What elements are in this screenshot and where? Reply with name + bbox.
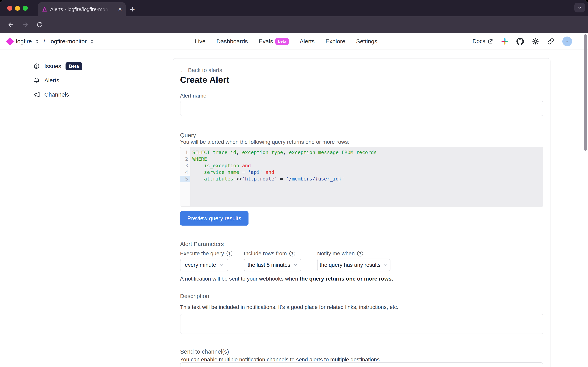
project-selector[interactable]: logfire-monitor <box>49 38 87 45</box>
breadcrumb: logfire / logfire-monitor <box>7 33 94 50</box>
code-lines[interactable]: SELECT trace_id, exception_type, excepti… <box>190 147 543 206</box>
nav-evals[interactable]: Evals beta <box>259 38 289 45</box>
include-rows-label: Include rows from ? <box>244 250 295 257</box>
traffic-lights <box>7 6 28 11</box>
description-helper: This text will be included in notificati… <box>180 304 543 310</box>
forward-button[interactable] <box>21 20 30 29</box>
code-line: service_name = 'api' and <box>192 169 543 176</box>
notify-when-label: Notify me when ? <box>317 250 363 257</box>
notification-note: A notification will be sent to your webh… <box>180 276 543 282</box>
nav-dashboards[interactable]: Dashboards <box>216 38 248 45</box>
execute-query-label-text: Execute the query <box>180 250 224 257</box>
tab-favicon-logfire-icon <box>42 6 47 12</box>
alert-parameters-heading: Alert Parameters <box>180 241 543 247</box>
help-icon[interactable]: ? <box>227 251 232 257</box>
help-icon[interactable]: ? <box>357 251 363 257</box>
zoom-window-button[interactable] <box>23 6 28 11</box>
back-to-alerts-link[interactable]: ← Back to alerts <box>180 67 543 74</box>
execute-query-select[interactable]: every minute <box>180 259 228 271</box>
reload-button[interactable] <box>35 20 44 29</box>
breadcrumb-separator: / <box>43 38 45 45</box>
notify-when-label-text: Notify me when <box>317 250 355 257</box>
sun-icon <box>532 38 539 45</box>
send-to-channels-heading: Send to channel(s) <box>180 348 543 355</box>
nav-explore[interactable]: Explore <box>325 38 345 45</box>
include-rows-select[interactable]: the last 5 minutes <box>244 259 301 271</box>
alerts-sidebar: Issues Beta Alerts Channels <box>34 62 82 104</box>
create-alert-card: ← Back to alerts Create Alert Alert name… <box>173 58 550 367</box>
user-avatar[interactable]: - <box>562 36 572 46</box>
help-icon[interactable]: ? <box>289 251 295 257</box>
code-gutter: 12345 <box>180 147 190 206</box>
nav-evals-label: Evals <box>259 38 273 45</box>
tab-search-chevron-button[interactable] <box>574 3 585 12</box>
include-rows-label-text: Include rows from <box>244 250 287 257</box>
tab-close-icon[interactable]: ✕ <box>118 6 122 12</box>
chevron-down-icon <box>577 5 582 10</box>
browser-tabstrip: Alerts · logfire/logfire-monitor ✕ + <box>0 0 588 16</box>
share-link-button[interactable] <box>547 38 554 45</box>
chevron-down-icon <box>384 263 388 267</box>
sidebar-item-label: Issues <box>44 63 61 70</box>
org-selector[interactable]: logfire <box>16 38 32 45</box>
description-textarea[interactable] <box>180 314 543 334</box>
megaphone-icon <box>34 91 40 98</box>
close-window-button[interactable] <box>7 6 12 11</box>
github-icon <box>516 38 524 45</box>
project-updown-chevron-icon[interactable] <box>90 39 94 43</box>
github-link[interactable] <box>516 38 524 45</box>
nav-settings[interactable]: Settings <box>356 38 377 45</box>
new-tab-button[interactable]: + <box>130 4 135 15</box>
back-button[interactable] <box>7 20 15 29</box>
code-line: SELECT trace_id, exception_type, excepti… <box>192 149 543 156</box>
docs-label: Docs <box>472 38 485 44</box>
code-line-number: 3 <box>180 162 190 169</box>
code-line: is_exception and <box>192 162 543 169</box>
page-title: Create Alert <box>180 75 543 85</box>
code-line-number: 1 <box>180 149 190 156</box>
nav-alerts[interactable]: Alerts <box>300 38 315 45</box>
main-nav: Live Dashboards Evals beta Alerts Explor… <box>195 33 377 50</box>
nav-live[interactable]: Live <box>195 38 205 45</box>
bell-icon <box>34 77 40 84</box>
tab-title: Alerts · logfire/logfire-monitor <box>50 6 109 12</box>
chevron-down-icon <box>293 263 298 267</box>
alert-name-input[interactable] <box>180 101 543 116</box>
external-link-icon <box>488 39 493 44</box>
docs-link[interactable]: Docs <box>472 38 493 44</box>
code-line-number: 5 <box>180 176 190 182</box>
execute-query-value: every minute <box>185 262 216 268</box>
evals-beta-badge: beta <box>275 38 289 45</box>
issues-badge-alert-icon <box>34 63 40 70</box>
back-arrow-icon <box>7 21 14 28</box>
back-arrow-icon: ← <box>180 67 186 74</box>
page-scrollbar-thumb[interactable] <box>584 34 587 151</box>
app-header: logfire / logfire-monitor Live Dashboard… <box>0 33 588 50</box>
notify-when-value: the query has any results <box>320 262 381 268</box>
issues-beta-badge: Beta <box>66 62 82 70</box>
minimize-window-button[interactable] <box>15 6 20 11</box>
execute-query-label: Execute the query ? <box>180 250 232 257</box>
theme-toggle-button[interactable] <box>532 38 539 45</box>
browser-tab-active[interactable]: Alerts · logfire/logfire-monitor ✕ <box>38 2 126 16</box>
notification-note-prefix: A notification will be sent to your webh… <box>180 276 300 282</box>
query-heading: Query <box>180 132 543 139</box>
channel-box[interactable] <box>180 362 543 367</box>
link-icon <box>547 38 554 45</box>
query-description: You will be alerted when the following q… <box>180 139 543 145</box>
notify-when-select[interactable]: the query has any results <box>317 259 391 271</box>
browser-toolbar: logfire-us.pydantic.dev/logfire/logfire-… <box>0 16 588 33</box>
org-updown-chevron-icon[interactable] <box>35 39 39 43</box>
sql-query-editor[interactable]: 12345 SELECT trace_id, exception_type, e… <box>180 147 543 207</box>
logfire-logo-icon <box>6 37 14 45</box>
forward-arrow-icon <box>22 21 29 28</box>
reload-icon <box>36 21 43 28</box>
sidebar-item-alerts[interactable]: Alerts <box>34 76 82 85</box>
notification-note-bold: the query returns one or more rows. <box>300 276 393 282</box>
sidebar-item-issues[interactable]: Issues Beta <box>34 62 82 71</box>
chevron-down-icon <box>219 263 223 267</box>
slack-icon <box>501 38 508 45</box>
slack-link[interactable] <box>501 38 508 45</box>
preview-query-results-button[interactable]: Preview query results <box>180 211 248 225</box>
sidebar-item-channels[interactable]: Channels <box>34 90 82 99</box>
